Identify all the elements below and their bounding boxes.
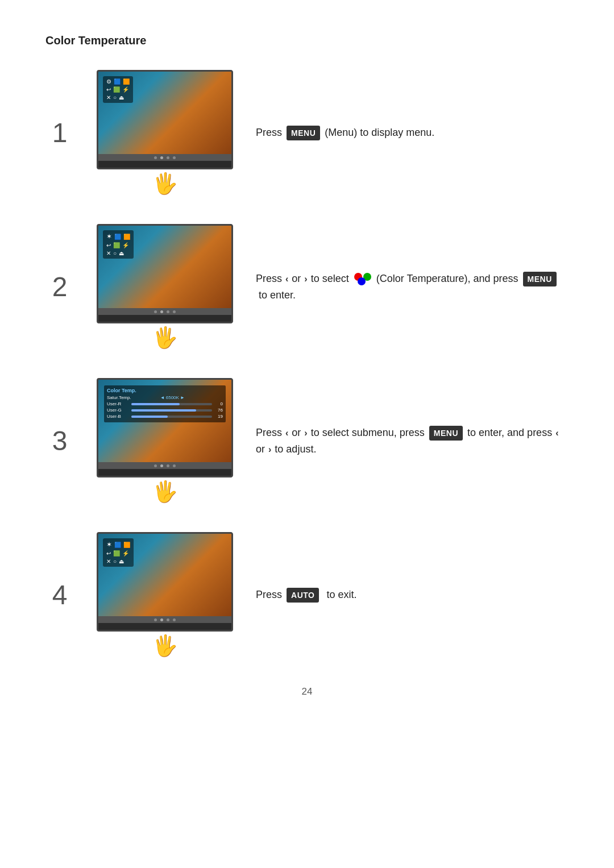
- step-3-monitor: Color Temp. Satur.Temp. ◄ 6500K ► User-R…: [97, 378, 233, 477]
- step-2-hand: 🖐: [152, 326, 178, 350]
- osd-row-2: ↩ 🟩 ⚡: [106, 86, 130, 93]
- step-3-description: Press ‹ or › to select submenu, press ME…: [256, 425, 569, 458]
- sub-label-2: User-R: [107, 401, 130, 406]
- step-2-screen: ✶ 🟦 🟧 ↩ 🟩 ⚡ ✕ ○: [98, 226, 231, 308]
- step-3-row: 3 Color Temp. Satur.Temp. ◄ 6500K ► User…: [45, 378, 569, 504]
- submenu-row-3: User-G 76: [107, 408, 223, 413]
- osd-icon-9: ⏏: [119, 94, 124, 101]
- dot2-1: [154, 310, 157, 313]
- dot3-3: [167, 464, 169, 467]
- submenu-row-4: User-B 19: [107, 414, 223, 419]
- step-4-hand: 🖐: [152, 634, 178, 658]
- dot3-1: [154, 464, 157, 467]
- osd2-icon-2: 🟦: [114, 234, 121, 240]
- step-1-base: [98, 154, 231, 161]
- dot1: [154, 156, 157, 159]
- step-3-submenu-text: to select submenu, press: [308, 427, 428, 438]
- step-4-description: Press AUTO to exit.: [256, 587, 569, 603]
- sub-arrow: ◄ 6500K ►: [160, 395, 185, 400]
- step-3-number: 3: [45, 425, 74, 456]
- page-title: Color Temperature: [45, 34, 569, 47]
- osd-icon-1: ⚙: [106, 78, 111, 85]
- step-3-enter: to enter, and press: [464, 427, 555, 438]
- dot3-4: [173, 464, 176, 467]
- osd2-row-1: ✶ 🟦 🟧: [106, 232, 130, 240]
- osd4-row-2: ↩ 🟩 ⚡: [106, 550, 130, 556]
- osd2-icon-3: 🟧: [123, 234, 130, 240]
- osd2-row-2: ↩ 🟩 ⚡: [106, 242, 130, 248]
- dot2: [160, 156, 163, 159]
- osd4-icon-6: ⚡: [122, 550, 129, 556]
- step-2-number: 2: [45, 271, 74, 302]
- step-2-menu-key: MENU: [523, 272, 557, 286]
- step-2-image-area: ✶ 🟦 🟧 ↩ 🟩 ⚡ ✕ ○: [91, 224, 239, 350]
- sub-bar-2: [131, 403, 212, 405]
- step-2-description: Press ‹ or › to select (Color Temperatur…: [256, 271, 569, 304]
- osd-row-3: ✕ ○ ⏏: [106, 94, 130, 101]
- osd2-star: ✶: [106, 232, 112, 240]
- submenu-row-2: User-R 0: [107, 401, 223, 406]
- step-4-number: 4: [45, 579, 74, 610]
- step-3-or1: or: [289, 427, 304, 438]
- step-1-number: 1: [45, 117, 74, 148]
- step-1-text: (Menu) to display menu.: [322, 127, 434, 138]
- sub-bar-fill-3: [131, 409, 196, 412]
- sub-bar-fill-4: [131, 416, 168, 418]
- step-3-or2: or: [256, 443, 268, 455]
- sub-val-2: 0: [214, 401, 223, 406]
- osd2-row-3: ✕ ○ ⏏: [106, 250, 130, 256]
- step-2-menu-icons: ✶ 🟦 🟧 ↩ 🟩 ⚡ ✕ ○: [103, 230, 134, 259]
- page-number: 24: [45, 686, 569, 697]
- sub-val-3: 76: [214, 408, 223, 413]
- step-3-left2: ‹: [555, 426, 558, 441]
- osd-icon-8: ○: [113, 94, 117, 101]
- step-4-press: Press: [256, 589, 285, 600]
- step-3-image-area: Color Temp. Satur.Temp. ◄ 6500K ► User-R…: [91, 378, 239, 504]
- step-4-image-area: ✶ 🟦 🟧 ↩ 🟩 ⚡ ✕ ○: [91, 532, 239, 658]
- step-1-monitor: ⚙ 🟦 🟧 ↩ 🟩 ⚡ ✕ ○: [97, 70, 233, 169]
- sub-label-1: Satur.Temp.: [107, 395, 131, 400]
- sub-bar-4: [131, 416, 212, 418]
- dot4: [173, 156, 176, 159]
- step-2-enter: to enter.: [256, 289, 296, 301]
- step-3-left1: ‹: [285, 426, 288, 441]
- step-2-osd: ✶ 🟦 🟧 ↩ 🟩 ⚡ ✕ ○: [103, 230, 227, 308]
- dot2-3: [167, 310, 169, 313]
- osd4-icon-5: 🟩: [113, 550, 120, 556]
- step-4-auto-key: AUTO: [287, 588, 319, 603]
- osd-icon-3: 🟧: [123, 78, 130, 85]
- step-2-base: [98, 308, 231, 315]
- dot4-4: [173, 618, 176, 621]
- step-3-right1: ›: [304, 426, 307, 441]
- step-1-osd: ⚙ 🟦 🟧 ↩ 🟩 ⚡ ✕ ○: [103, 76, 227, 154]
- sub-val-4: 19: [214, 414, 223, 419]
- step-1-press: Press: [256, 127, 285, 138]
- osd4-icon-8: ○: [113, 558, 117, 564]
- step-1-menu-key: MENU: [287, 126, 320, 140]
- step-3-hand: 🖐: [152, 480, 178, 504]
- step-1-image-area: ⚙ 🟦 🟧 ↩ 🟩 ⚡ ✕ ○: [91, 70, 239, 196]
- step-3-submenu: Color Temp. Satur.Temp. ◄ 6500K ► User-R…: [104, 385, 226, 422]
- step-2-right-chevron: ›: [304, 272, 307, 286]
- step-2-press: Press: [256, 273, 285, 284]
- step-1-row: 1 ⚙ 🟦 🟧 ↩ 🟩: [45, 70, 569, 196]
- osd-icon-2: 🟦: [114, 78, 121, 85]
- osd2-icon-5: 🟩: [113, 242, 120, 248]
- osd4-icon-4: ↩: [106, 550, 111, 556]
- osd4-star: ✶: [106, 541, 112, 549]
- step-4-screen: ✶ 🟦 🟧 ↩ 🟩 ⚡ ✕ ○: [98, 534, 231, 616]
- sub-bar-3: [131, 409, 212, 412]
- step-3-press1: Press: [256, 427, 285, 438]
- step-1-screen: ⚙ 🟦 🟧 ↩ 🟩 ⚡ ✕ ○: [98, 72, 231, 154]
- osd-icon-6: ⚡: [122, 86, 129, 93]
- osd4-icon-3: 🟧: [123, 542, 130, 548]
- sub-bar-fill-2: [131, 403, 180, 405]
- step-3-adjust: to adjust.: [272, 443, 316, 455]
- osd-row-1: ⚙ 🟦 🟧: [106, 78, 130, 85]
- osd2-icon-7: ✕: [106, 250, 111, 256]
- osd-icon-7: ✕: [106, 94, 111, 101]
- step-1-hand: 🖐: [152, 172, 178, 196]
- dot3: [167, 156, 169, 159]
- osd2-icon-4: ↩: [106, 242, 111, 248]
- dot4-2: [160, 618, 163, 621]
